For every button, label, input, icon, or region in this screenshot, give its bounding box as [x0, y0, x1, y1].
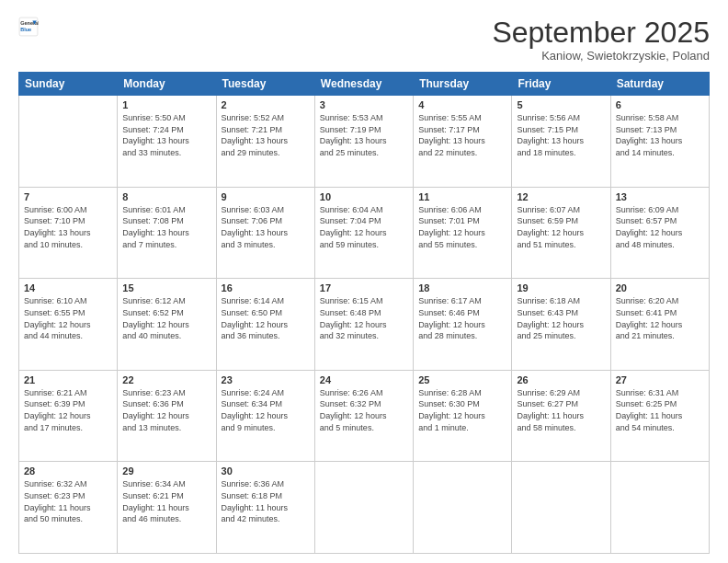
day-number: 17 [320, 282, 408, 293]
location-subtitle: Kaniow, Swietokrzyskie, Poland [492, 49, 710, 63]
calendar-cell: 11Sunrise: 6:06 AM Sunset: 7:01 PM Dayli… [414, 187, 512, 279]
cell-daylight-info: Sunrise: 6:31 AM Sunset: 6:25 PM Dayligh… [616, 387, 704, 433]
day-number: 3 [320, 99, 408, 110]
header: General Blue September 2025 Kaniow, Swie… [18, 17, 710, 63]
calendar-cell [314, 462, 413, 554]
cell-daylight-info: Sunrise: 5:52 AM Sunset: 7:21 PM Dayligh… [222, 112, 310, 158]
calendar-cell: 9Sunrise: 6:03 AM Sunset: 7:06 PM Daylig… [216, 187, 314, 279]
logo: General Blue [18, 17, 39, 37]
day-header-saturday: Saturday [610, 73, 709, 96]
cell-daylight-info: Sunrise: 6:01 AM Sunset: 7:08 PM Dayligh… [122, 204, 210, 250]
calendar-cell: 20Sunrise: 6:20 AM Sunset: 6:41 PM Dayli… [610, 279, 709, 371]
day-number: 2 [222, 99, 310, 110]
svg-text:Blue: Blue [20, 27, 31, 32]
day-number: 28 [24, 465, 112, 477]
day-number: 23 [222, 374, 310, 385]
calendar-cell: 6Sunrise: 5:58 AM Sunset: 7:13 PM Daylig… [610, 96, 709, 188]
day-number: 18 [418, 282, 506, 293]
cell-daylight-info: Sunrise: 6:17 AM Sunset: 6:46 PM Dayligh… [418, 295, 506, 341]
calendar-cell: 27Sunrise: 6:31 AM Sunset: 6:25 PM Dayli… [610, 370, 709, 462]
calendar-cell: 24Sunrise: 6:26 AM Sunset: 6:32 PM Dayli… [314, 370, 413, 462]
calendar-cell: 16Sunrise: 6:14 AM Sunset: 6:50 PM Dayli… [216, 279, 314, 371]
cell-daylight-info: Sunrise: 5:56 AM Sunset: 7:15 PM Dayligh… [517, 112, 605, 158]
week-row-2: 7Sunrise: 6:00 AM Sunset: 7:10 PM Daylig… [19, 187, 710, 279]
cell-daylight-info: Sunrise: 6:21 AM Sunset: 6:39 PM Dayligh… [24, 387, 112, 433]
day-header-sunday: Sunday [19, 73, 118, 96]
cell-daylight-info: Sunrise: 6:34 AM Sunset: 6:21 PM Dayligh… [122, 478, 210, 524]
day-number: 26 [517, 374, 605, 385]
calendar-cell: 19Sunrise: 6:18 AM Sunset: 6:43 PM Dayli… [512, 279, 610, 371]
day-number: 19 [517, 282, 605, 293]
day-number: 30 [222, 465, 310, 477]
day-number: 7 [24, 191, 112, 202]
cell-daylight-info: Sunrise: 6:07 AM Sunset: 6:59 PM Dayligh… [517, 204, 605, 250]
cell-daylight-info: Sunrise: 5:55 AM Sunset: 7:17 PM Dayligh… [418, 112, 506, 158]
cell-daylight-info: Sunrise: 6:00 AM Sunset: 7:10 PM Dayligh… [24, 204, 112, 250]
week-row-1: 1Sunrise: 5:50 AM Sunset: 7:24 PM Daylig… [19, 96, 710, 188]
calendar-cell [610, 462, 709, 554]
cell-daylight-info: Sunrise: 6:09 AM Sunset: 6:57 PM Dayligh… [616, 204, 704, 250]
day-number: 13 [616, 191, 704, 202]
week-row-4: 21Sunrise: 6:21 AM Sunset: 6:39 PM Dayli… [19, 370, 710, 462]
calendar-cell: 22Sunrise: 6:23 AM Sunset: 6:36 PM Dayli… [118, 370, 216, 462]
day-header-monday: Monday [118, 73, 216, 96]
day-number: 8 [122, 191, 210, 202]
calendar-cell: 8Sunrise: 6:01 AM Sunset: 7:08 PM Daylig… [118, 187, 216, 279]
day-number: 20 [616, 282, 704, 293]
calendar-cell: 7Sunrise: 6:00 AM Sunset: 7:10 PM Daylig… [19, 187, 118, 279]
calendar-cell: 18Sunrise: 6:17 AM Sunset: 6:46 PM Dayli… [414, 279, 512, 371]
day-number: 9 [222, 191, 310, 202]
calendar-cell: 4Sunrise: 5:55 AM Sunset: 7:17 PM Daylig… [414, 96, 512, 188]
calendar-cell: 1Sunrise: 5:50 AM Sunset: 7:24 PM Daylig… [118, 96, 216, 188]
calendar-cell: 13Sunrise: 6:09 AM Sunset: 6:57 PM Dayli… [610, 187, 709, 279]
title-block: September 2025 Kaniow, Swietokrzyskie, P… [492, 17, 710, 63]
cell-daylight-info: Sunrise: 6:28 AM Sunset: 6:30 PM Dayligh… [418, 387, 506, 433]
day-number: 29 [122, 465, 210, 477]
cell-daylight-info: Sunrise: 6:10 AM Sunset: 6:55 PM Dayligh… [24, 295, 112, 341]
calendar-cell: 23Sunrise: 6:24 AM Sunset: 6:34 PM Dayli… [216, 370, 314, 462]
calendar-cell: 2Sunrise: 5:52 AM Sunset: 7:21 PM Daylig… [216, 96, 314, 188]
cell-daylight-info: Sunrise: 6:23 AM Sunset: 6:36 PM Dayligh… [122, 387, 210, 433]
day-header-wednesday: Wednesday [314, 73, 413, 96]
day-number: 25 [418, 374, 506, 385]
calendar-cell: 5Sunrise: 5:56 AM Sunset: 7:15 PM Daylig… [512, 96, 610, 188]
header-row: SundayMondayTuesdayWednesdayThursdayFrid… [19, 73, 710, 96]
cell-daylight-info: Sunrise: 6:15 AM Sunset: 6:48 PM Dayligh… [320, 295, 408, 341]
calendar-cell: 10Sunrise: 6:04 AM Sunset: 7:04 PM Dayli… [314, 187, 413, 279]
calendar-cell: 15Sunrise: 6:12 AM Sunset: 6:52 PM Dayli… [118, 279, 216, 371]
cell-daylight-info: Sunrise: 5:50 AM Sunset: 7:24 PM Dayligh… [122, 112, 210, 158]
logo-icon: General Blue [18, 17, 39, 37]
day-number: 21 [24, 374, 112, 385]
calendar-cell: 21Sunrise: 6:21 AM Sunset: 6:39 PM Dayli… [19, 370, 118, 462]
day-number: 6 [616, 99, 704, 110]
calendar-cell: 30Sunrise: 6:36 AM Sunset: 6:18 PM Dayli… [216, 462, 314, 554]
calendar-cell: 25Sunrise: 6:28 AM Sunset: 6:30 PM Dayli… [414, 370, 512, 462]
calendar-cell [512, 462, 610, 554]
day-number: 12 [517, 191, 605, 202]
day-number: 14 [24, 282, 112, 293]
cell-daylight-info: Sunrise: 6:20 AM Sunset: 6:41 PM Dayligh… [616, 295, 704, 341]
day-number: 27 [616, 374, 704, 385]
day-number: 16 [222, 282, 310, 293]
month-title: September 2025 [492, 17, 710, 49]
cell-daylight-info: Sunrise: 6:12 AM Sunset: 6:52 PM Dayligh… [122, 295, 210, 341]
day-number: 1 [122, 99, 210, 110]
cell-daylight-info: Sunrise: 6:29 AM Sunset: 6:27 PM Dayligh… [517, 387, 605, 433]
cell-daylight-info: Sunrise: 6:24 AM Sunset: 6:34 PM Dayligh… [222, 387, 310, 433]
cell-daylight-info: Sunrise: 6:14 AM Sunset: 6:50 PM Dayligh… [222, 295, 310, 341]
day-header-thursday: Thursday [414, 73, 512, 96]
day-number: 4 [418, 99, 506, 110]
cell-daylight-info: Sunrise: 6:26 AM Sunset: 6:32 PM Dayligh… [320, 387, 408, 433]
calendar-cell [414, 462, 512, 554]
calendar-cell: 29Sunrise: 6:34 AM Sunset: 6:21 PM Dayli… [118, 462, 216, 554]
day-header-tuesday: Tuesday [216, 73, 314, 96]
cell-daylight-info: Sunrise: 6:32 AM Sunset: 6:23 PM Dayligh… [24, 478, 112, 524]
cell-daylight-info: Sunrise: 6:06 AM Sunset: 7:01 PM Dayligh… [418, 204, 506, 250]
calendar-cell: 12Sunrise: 6:07 AM Sunset: 6:59 PM Dayli… [512, 187, 610, 279]
page: General Blue September 2025 Kaniow, Swie… [0, 0, 728, 563]
day-number: 11 [418, 191, 506, 202]
cell-daylight-info: Sunrise: 6:03 AM Sunset: 7:06 PM Dayligh… [222, 204, 310, 250]
calendar-cell: 17Sunrise: 6:15 AM Sunset: 6:48 PM Dayli… [314, 279, 413, 371]
calendar-cell: 26Sunrise: 6:29 AM Sunset: 6:27 PM Dayli… [512, 370, 610, 462]
day-header-friday: Friday [512, 73, 610, 96]
